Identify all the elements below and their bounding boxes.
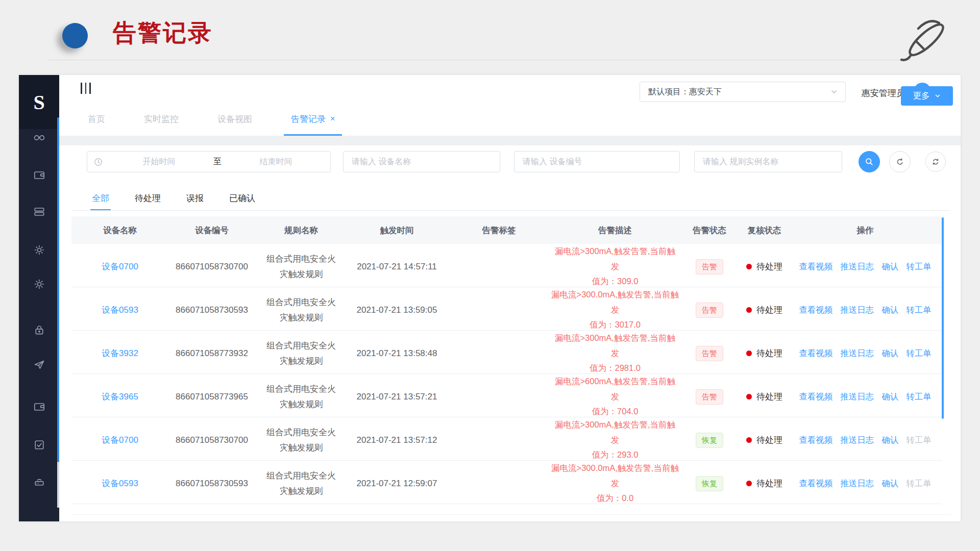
rule-name-cell: 组合式用电安全火灾触发规则 bbox=[265, 382, 337, 412]
tab-item-1[interactable]: 实时监控 bbox=[137, 102, 186, 136]
sidebar: S bbox=[19, 75, 59, 521]
rows-icon[interactable] bbox=[33, 205, 46, 218]
action-view-video[interactable]: 查看视频 bbox=[799, 259, 832, 274]
device-name-link[interactable]: 设备0593 bbox=[102, 305, 138, 315]
alarm-description-cell: 漏电流>300.0mA,触发告警,当前触发值为：3017.0 bbox=[551, 287, 679, 333]
search-button[interactable] bbox=[859, 151, 880, 172]
review-status-label: 待处理 bbox=[756, 259, 782, 274]
gear-icon[interactable] bbox=[33, 243, 46, 257]
date-start-placeholder: 开始时间 bbox=[111, 157, 207, 167]
alarm-status-badge: 恢复 bbox=[696, 476, 723, 491]
table-scrollbar[interactable] bbox=[942, 217, 944, 419]
device-id-cell: 866071058773932 bbox=[168, 346, 255, 361]
tab-item-2[interactable]: 设备视图 bbox=[210, 102, 259, 136]
project-select[interactable]: 默认项目：惠安天下 bbox=[640, 82, 846, 102]
tab-close-icon[interactable]: × bbox=[330, 114, 335, 123]
review-status-cell: 待处理 bbox=[740, 346, 789, 361]
action-view-video[interactable]: 查看视频 bbox=[799, 433, 832, 447]
app-window: S 默认项目：惠安天下 惠安管理员 bbox=[19, 75, 961, 521]
action-transfer-ticket[interactable]: 转工单 bbox=[906, 346, 932, 361]
device-name-link[interactable]: 设备3965 bbox=[102, 392, 138, 402]
tab-label: 告警记录 bbox=[291, 113, 326, 125]
title-bullet-icon bbox=[62, 23, 88, 48]
alarm-description-cell: 漏电流>300mA,触发告警,当前触发值为：293.0 bbox=[551, 417, 679, 463]
column-header: 操作 bbox=[789, 223, 942, 238]
device-icon[interactable] bbox=[33, 474, 46, 488]
action-view-video[interactable]: 查看视频 bbox=[799, 303, 832, 317]
action-push-log[interactable]: 推送日志 bbox=[840, 433, 874, 447]
device-name-link[interactable]: 设备0700 bbox=[102, 262, 138, 271]
device-name-link[interactable]: 设备3932 bbox=[102, 348, 138, 358]
rule-instance-input[interactable] bbox=[694, 151, 842, 172]
pen-icon bbox=[900, 13, 951, 66]
actions-cell: 查看视频推送日志确认转工单 bbox=[789, 346, 942, 361]
gear-icon[interactable] bbox=[33, 278, 46, 291]
rule-name-cell: 组合式用电安全火灾触发规则 bbox=[265, 295, 337, 325]
table-bottom-divider bbox=[71, 514, 950, 515]
column-header: 设备编号 bbox=[168, 223, 255, 238]
actions-cell: 查看视频推送日志确认转工单 bbox=[789, 433, 942, 447]
action-view-video[interactable]: 查看视频 bbox=[799, 346, 832, 361]
status-tab-1[interactable]: 待处理 bbox=[135, 186, 161, 210]
review-status-label: 待处理 bbox=[756, 303, 782, 318]
tab-label: 设备视图 bbox=[217, 113, 252, 125]
status-dot-icon bbox=[746, 307, 752, 313]
table-row: 设备0593866071058730593组合式用电安全火灾触发规则2021-0… bbox=[71, 461, 942, 504]
alarm-status-badge: 告警 bbox=[696, 389, 723, 405]
topbar: 默认项目：惠安天下 惠安管理员 bbox=[59, 75, 961, 102]
title-divider bbox=[48, 60, 911, 60]
sync-icon bbox=[931, 157, 940, 166]
action-confirm[interactable]: 确认 bbox=[881, 303, 898, 317]
alarm-description-cell: 漏电流>300.0mA,触发告警,当前触发值为：0.0 bbox=[551, 461, 679, 506]
table-row: 设备0593866071058730593组合式用电安全火灾触发规则2021-0… bbox=[71, 287, 942, 331]
status-tabs: 全部待处理误报已确认 bbox=[59, 186, 961, 210]
action-push-log[interactable]: 推送日志 bbox=[840, 259, 874, 274]
review-status-label: 待处理 bbox=[756, 389, 782, 405]
status-tab-3[interactable]: 已确认 bbox=[229, 186, 255, 210]
action-push-log[interactable]: 推送日志 bbox=[840, 303, 874, 317]
device-name-input[interactable] bbox=[343, 151, 500, 172]
action-confirm[interactable]: 确认 bbox=[881, 259, 898, 274]
send-icon[interactable] bbox=[33, 358, 46, 371]
tab-item-3[interactable]: 告警记录× bbox=[284, 102, 342, 136]
table-body: 设备0700866071058730700组合式用电安全火灾触发规则2021-0… bbox=[71, 244, 942, 504]
more-button[interactable]: 更多 bbox=[901, 86, 953, 106]
action-transfer-ticket: 转工单 bbox=[906, 476, 932, 491]
review-status-cell: 待处理 bbox=[740, 433, 789, 448]
action-transfer-ticket[interactable]: 转工单 bbox=[906, 389, 932, 404]
wallet-icon[interactable] bbox=[33, 168, 46, 182]
checkbox-icon[interactable] bbox=[33, 438, 46, 452]
rule-name-cell: 组合式用电安全火灾触发规则 bbox=[265, 468, 337, 499]
date-range-input[interactable]: 开始时间 至 结束时间 bbox=[87, 151, 331, 172]
status-tab-0[interactable]: 全部 bbox=[92, 186, 109, 210]
app-logo[interactable]: S bbox=[19, 75, 59, 129]
tab-item-0[interactable]: 首页 bbox=[81, 102, 112, 136]
alarm-table: 设备名称设备编号规则名称触发时间告警标签告警描述告警状态复核状态操作 设备070… bbox=[71, 216, 942, 504]
action-confirm[interactable]: 确认 bbox=[881, 346, 898, 361]
action-confirm[interactable]: 确认 bbox=[881, 433, 898, 447]
action-push-log[interactable]: 推送日志 bbox=[840, 476, 874, 491]
action-view-video[interactable]: 查看视频 bbox=[799, 476, 832, 491]
status-tab-2[interactable]: 误报 bbox=[186, 186, 204, 210]
action-transfer-ticket[interactable]: 转工单 bbox=[906, 259, 932, 274]
wallet-icon[interactable] bbox=[33, 400, 46, 413]
collapse-menu-icon[interactable] bbox=[81, 83, 91, 94]
sync-button[interactable] bbox=[925, 152, 946, 172]
status-dot-icon bbox=[746, 481, 752, 486]
device-name-link[interactable]: 设备0593 bbox=[102, 479, 138, 488]
action-confirm[interactable]: 确认 bbox=[881, 389, 898, 404]
actions-cell: 查看视频推送日志确认转工单 bbox=[789, 259, 942, 274]
glasses-icon[interactable] bbox=[33, 130, 46, 143]
device-id-input[interactable] bbox=[514, 151, 680, 172]
action-push-log[interactable]: 推送日志 bbox=[840, 346, 874, 361]
action-view-video[interactable]: 查看视频 bbox=[799, 389, 832, 404]
action-transfer-ticket[interactable]: 转工单 bbox=[906, 303, 932, 317]
device-name-link[interactable]: 设备0700 bbox=[102, 435, 138, 445]
action-confirm[interactable]: 确认 bbox=[881, 476, 898, 491]
actions-cell: 查看视频推送日志确认转工单 bbox=[789, 476, 942, 491]
status-dot-icon bbox=[746, 350, 752, 356]
refresh-button[interactable] bbox=[889, 151, 911, 172]
lock-icon[interactable] bbox=[33, 323, 46, 337]
refresh-icon bbox=[895, 157, 905, 167]
action-push-log[interactable]: 推送日志 bbox=[840, 389, 874, 404]
